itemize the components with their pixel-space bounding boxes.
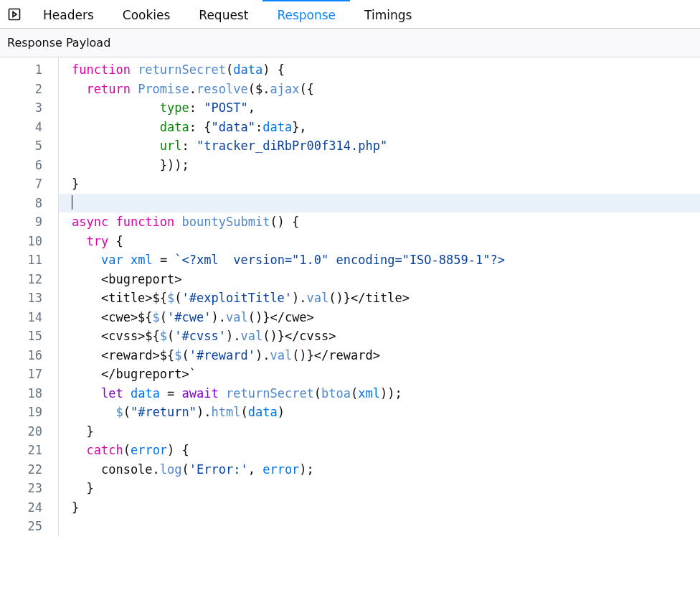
code-line[interactable]: $("#return").html(data) [72,403,700,422]
code-line[interactable]: </bugreport>` [72,365,700,384]
code-line[interactable]: type: "POST", [72,98,700,118]
line-number: 1 [0,60,42,80]
tab-headers[interactable]: Headers [29,0,108,28]
line-number: 23 [0,479,42,498]
line-number: 17 [0,365,42,384]
line-number: 24 [0,498,42,518]
line-number: 9 [0,212,42,232]
code-line[interactable]: } [72,479,700,498]
code-line[interactable]: try { [72,232,700,251]
code-line[interactable]: console.log('Error:', error); [72,460,700,479]
code-line[interactable]: return Promise.resolve($.ajax({ [72,80,700,99]
devtools-tabs: Headers Cookies Request Response Timings [0,0,700,29]
line-number: 7 [0,174,42,194]
line-number: 16 [0,346,42,365]
code-line[interactable] [59,194,700,213]
response-payload-header[interactable]: Response Payload [0,29,700,57]
line-number: 15 [0,327,42,346]
code-line[interactable]: })); [72,156,700,175]
line-number: 19 [0,403,42,422]
response-payload-title: Response Payload [7,36,110,50]
svg-rect-0 [9,9,20,19]
code-line[interactable]: async function bountySubmit() { [72,212,700,232]
line-number: 5 [0,136,42,156]
code-line[interactable]: <cwe>${$('#cwe').val()}</cwe> [72,308,700,327]
code-line[interactable]: var xml = `<?xml version="1.0" encoding=… [72,250,700,270]
code-body[interactable]: function returnSecret(data) { return Pro… [59,57,700,536]
play-icon [8,8,21,21]
code-line[interactable]: catch(error) { [72,441,700,460]
code-line[interactable]: <reward>${$('#reward').val()}</reward> [72,346,700,365]
code-line[interactable]: url: "tracker_diRbPr00f314.php" [72,136,700,156]
code-line[interactable]: } [72,174,700,194]
code-line[interactable]: <cvss>${$('#cvss').val()}</cvss> [72,327,700,346]
line-number: 10 [0,232,42,251]
tab-request[interactable]: Request [184,0,262,28]
line-number: 4 [0,118,42,137]
line-number: 14 [0,308,42,327]
line-number: 12 [0,270,42,289]
code-line[interactable]: <title>${$('#exploitTitle').val()}</titl… [72,289,700,308]
toggle-raw-button[interactable] [0,0,29,28]
line-number: 3 [0,98,42,118]
code-line[interactable]: } [72,422,700,441]
code-line[interactable]: let data = await returnSecret(btoa(xml))… [72,384,700,403]
code-line[interactable] [72,517,700,536]
line-number: 11 [0,250,42,270]
line-number: 21 [0,441,42,460]
line-number: 22 [0,460,42,479]
line-gutter: 1234567891011121314151617181920212223242… [0,57,59,536]
code-line[interactable]: data: {"data":data}, [72,118,700,137]
code-editor[interactable]: 1234567891011121314151617181920212223242… [0,57,700,536]
line-number: 18 [0,384,42,403]
line-number: 20 [0,422,42,441]
line-number: 13 [0,289,42,308]
code-line[interactable]: } [72,498,700,518]
tab-response[interactable]: Response [262,0,350,28]
line-number: 2 [0,80,42,99]
code-line[interactable]: <bugreport> [72,270,700,289]
line-number: 25 [0,517,42,536]
line-number: 8 [0,194,42,213]
tab-timings[interactable]: Timings [350,0,426,28]
code-line[interactable]: function returnSecret(data) { [72,60,700,80]
tab-cookies[interactable]: Cookies [108,0,185,28]
line-number: 6 [0,156,42,175]
